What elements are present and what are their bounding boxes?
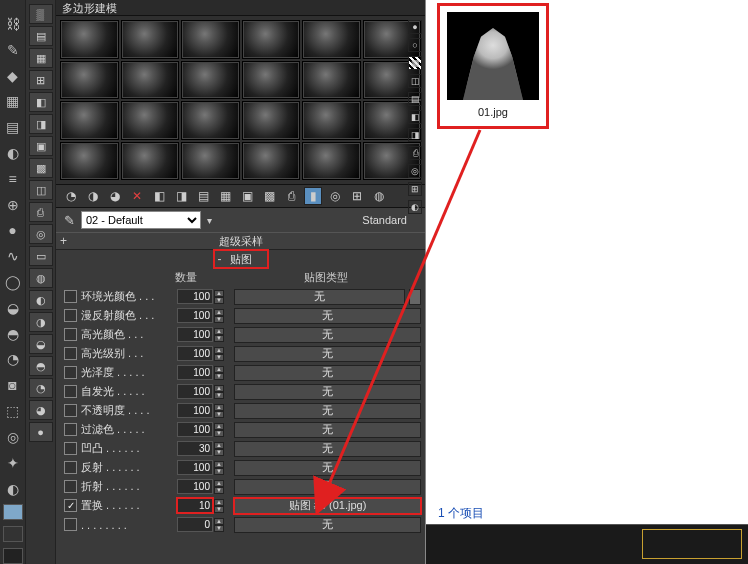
map-checkbox[interactable] <box>64 347 77 360</box>
spinner-buttons[interactable]: ▲▼ <box>214 480 224 494</box>
tool-btn-15[interactable]: ◒ <box>29 334 53 354</box>
palette-icon[interactable]: ◨ <box>408 128 422 142</box>
map-slot-button[interactable]: 无 <box>234 460 421 476</box>
chain-icon[interactable]: ⛓ <box>3 14 23 34</box>
quarter1-icon[interactable]: ◔ <box>62 187 80 205</box>
spinner-down-icon[interactable]: ▼ <box>214 354 224 361</box>
palette-icon[interactable]: ● <box>408 20 422 34</box>
map-slot-button[interactable]: 无 <box>234 365 421 381</box>
spinner-down-icon[interactable]: ▼ <box>214 392 224 399</box>
spinner-down-icon[interactable]: ▼ <box>214 335 224 342</box>
lines-icon[interactable]: ≡ <box>3 169 23 189</box>
material-slot[interactable] <box>302 61 361 100</box>
target-icon[interactable]: ◎ <box>3 427 23 447</box>
spinner-buttons[interactable]: ▲▼ <box>214 518 224 532</box>
palette-icon[interactable]: ○ <box>408 38 422 52</box>
half2-icon[interactable]: ◒ <box>3 298 23 318</box>
delete-icon[interactable]: ✕ <box>128 187 146 205</box>
half4-icon[interactable]: ◔ <box>3 350 23 370</box>
tool-btn-12[interactable]: ◍ <box>29 268 53 288</box>
spinner-up-icon[interactable]: ▲ <box>214 499 224 506</box>
tool-btn-19[interactable]: ● <box>29 422 53 442</box>
spinner-down-icon[interactable]: ▼ <box>214 449 224 456</box>
tool-btn-17[interactable]: ◔ <box>29 378 53 398</box>
map-amount-spinner[interactable]: 100 <box>177 289 213 304</box>
map-amount-spinner[interactable]: 100 <box>177 479 213 494</box>
spinner-buttons[interactable]: ▲▼ <box>214 499 224 513</box>
tool-btn-8[interactable]: ◫ <box>29 180 53 200</box>
map-amount-spinner[interactable]: 100 <box>177 308 213 323</box>
spinner-buttons[interactable]: ▲▼ <box>214 442 224 456</box>
material-slot[interactable] <box>181 61 240 100</box>
spinner-up-icon[interactable]: ▲ <box>214 290 224 297</box>
map-checkbox[interactable] <box>64 366 77 379</box>
map-slot-button[interactable]: 无 <box>234 517 421 533</box>
map-amount-spinner[interactable]: 100 <box>177 327 213 342</box>
spinner-down-icon[interactable]: ▼ <box>214 373 224 380</box>
map-checkbox[interactable] <box>64 290 77 303</box>
color-swatch-1[interactable] <box>3 504 23 520</box>
tool-btn-5[interactable]: ◨ <box>29 114 53 134</box>
spinner-down-icon[interactable]: ▼ <box>214 525 224 532</box>
material-slot[interactable] <box>242 61 301 100</box>
rows-icon[interactable]: ▤ <box>194 187 212 205</box>
material-slot[interactable] <box>242 142 301 181</box>
map-checkbox[interactable] <box>64 309 77 322</box>
material-slot[interactable] <box>242 101 301 140</box>
palette-icon[interactable]: ◫ <box>408 74 422 88</box>
spinner-down-icon[interactable]: ▼ <box>214 468 224 475</box>
color-swatch-2[interactable] <box>3 526 23 542</box>
map-amount-spinner[interactable]: 100 <box>177 384 213 399</box>
tool-btn-16[interactable]: ◓ <box>29 356 53 376</box>
map-checkbox[interactable] <box>64 518 77 531</box>
plus2-icon[interactable]: ⊞ <box>348 187 366 205</box>
palette-icon[interactable]: ◐ <box>408 200 422 214</box>
bar-icon[interactable]: ▮ <box>304 187 322 205</box>
spinner-down-icon[interactable]: ▼ <box>214 487 224 494</box>
material-slot[interactable] <box>302 101 361 140</box>
material-slot[interactable] <box>121 142 180 181</box>
tool-btn-6[interactable]: ▣ <box>29 136 53 156</box>
map-checkbox[interactable] <box>64 423 77 436</box>
palette-icon[interactable]: ◧ <box>408 110 422 124</box>
spinner-buttons[interactable]: ▲▼ <box>214 328 224 342</box>
material-slot[interactable] <box>302 142 361 181</box>
spinner-down-icon[interactable]: ▼ <box>214 316 224 323</box>
rows-icon[interactable]: ▤ <box>3 117 23 137</box>
tool-btn-18[interactable]: ◕ <box>29 400 53 420</box>
target2-icon[interactable]: ◎ <box>326 187 344 205</box>
map-slot-button[interactable]: 无 <box>234 441 421 457</box>
split1-icon[interactable]: ◧ <box>150 187 168 205</box>
quarter2-icon[interactable]: ◑ <box>84 187 102 205</box>
map-checkbox[interactable]: ✓ <box>64 499 77 512</box>
spinner-up-icon[interactable]: ▲ <box>214 404 224 411</box>
tool-btn-7[interactable]: ▩ <box>29 158 53 178</box>
spinner-up-icon[interactable]: ▲ <box>214 518 224 525</box>
map-checkbox[interactable] <box>64 480 77 493</box>
palette-icon[interactable]: ▦ <box>408 56 422 70</box>
spinner-buttons[interactable]: ▲▼ <box>214 404 224 418</box>
grid-icon[interactable]: ▦ <box>3 91 23 111</box>
spinner-buttons[interactable]: ▲▼ <box>214 385 224 399</box>
map-slot-button[interactable]: 无 <box>234 346 421 362</box>
tool-btn-3[interactable]: ⊞ <box>29 70 53 90</box>
eyedropper-icon[interactable]: ✎ <box>64 213 75 228</box>
color-swatch-3[interactable] <box>3 548 23 564</box>
material-slot[interactable] <box>121 101 180 140</box>
tool-btn-14[interactable]: ◑ <box>29 312 53 332</box>
map-slot-button[interactable]: 无 <box>234 327 421 343</box>
half5-icon[interactable]: ◐ <box>3 479 23 499</box>
half-icon[interactable]: ◐ <box>3 143 23 163</box>
map-amount-spinner[interactable]: 30 <box>177 441 213 456</box>
map-amount-spinner[interactable]: 100 <box>177 460 213 475</box>
spinner-up-icon[interactable]: ▲ <box>214 480 224 487</box>
box-icon[interactable]: ⬚ <box>3 401 23 421</box>
star-icon[interactable]: ✦ <box>3 453 23 473</box>
material-slot[interactable] <box>60 20 119 59</box>
map-slot-button[interactable]: 无 <box>234 479 421 495</box>
print-icon[interactable]: ⎙ <box>282 187 300 205</box>
spinner-up-icon[interactable]: ▲ <box>214 328 224 335</box>
spinner-up-icon[interactable]: ▲ <box>214 309 224 316</box>
map-checkbox[interactable] <box>64 461 77 474</box>
map-slot-button[interactable]: 无 <box>234 289 405 305</box>
